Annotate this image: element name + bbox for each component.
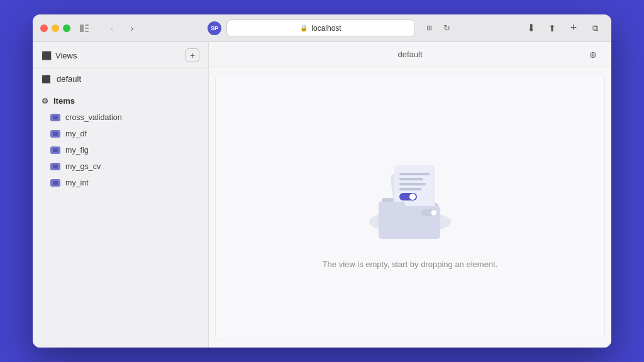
svg-point-21	[431, 210, 437, 216]
browser-window: ‹ › SP 🔒 localhost ⊞ ↻ ⬇ ⬆ + ⧉	[33, 14, 611, 348]
panel-title: default	[397, 50, 422, 59]
item-name: my_int	[65, 178, 89, 187]
data-item-icon	[50, 130, 60, 138]
svg-rect-1	[85, 25, 89, 26]
svg-rect-3	[85, 31, 89, 32]
toolbar-right: ⬇ ⬆ + ⧉	[522, 21, 604, 36]
back-button[interactable]: ‹	[103, 21, 121, 36]
svg-point-17	[409, 194, 416, 200]
svg-rect-15	[399, 188, 421, 190]
sidebar-item-cross-validation[interactable]: cross_validation	[33, 109, 208, 126]
data-item-icon	[50, 179, 60, 187]
main-content: ⬛ Views + ⬛ default ⚙ Items cross_valida…	[33, 42, 611, 348]
svg-rect-12	[399, 173, 430, 175]
download-button[interactable]: ⬇	[522, 21, 540, 36]
lock-icon: 🔒	[300, 25, 308, 31]
empty-state: The view is empty, start by dropping an …	[215, 74, 605, 341]
panel-controls: ⊕	[585, 48, 601, 62]
right-panel: default ⊕	[209, 42, 611, 348]
minimize-button[interactable]	[52, 25, 59, 32]
default-label: default	[57, 74, 81, 84]
views-icon: ⬛	[42, 51, 52, 60]
maximize-button[interactable]	[63, 25, 70, 32]
reload-button[interactable]: ↻	[438, 21, 455, 36]
svg-rect-2	[85, 28, 89, 29]
add-view-button[interactable]: +	[186, 48, 199, 62]
sidebar-header: ⬛ Views +	[33, 42, 208, 69]
address-bar-container: SP 🔒 localhost ⊞ ↻	[151, 19, 512, 37]
url-text: localhost	[311, 24, 341, 33]
items-section-icon: ⚙	[42, 97, 48, 106]
sidebar-item-default[interactable]: ⬛ default	[33, 69, 208, 89]
svg-rect-19	[379, 202, 405, 209]
data-item-icon	[50, 146, 60, 154]
forward-button[interactable]: ›	[123, 21, 141, 36]
items-section-label: Items	[53, 96, 75, 106]
svg-rect-0	[80, 25, 84, 32]
traffic-lights	[40, 25, 70, 32]
default-icon: ⬛	[42, 75, 52, 84]
sidebar: ⬛ Views + ⬛ default ⚙ Items cross_valida…	[33, 42, 209, 348]
sidebar-title-row: ⬛ Views	[42, 51, 77, 60]
empty-illustration	[347, 146, 473, 247]
data-item-icon	[50, 163, 60, 170]
sidebar-item-my-gs-cv[interactable]: my_gs_cv	[33, 158, 208, 175]
panel-header: default ⊕	[209, 42, 611, 67]
item-name: my_df	[65, 129, 87, 138]
items-section-header: ⚙ Items	[33, 89, 208, 109]
share-button[interactable]: ⬆	[543, 21, 561, 36]
item-name: cross_validation	[65, 113, 122, 122]
nav-controls: ‹ ›	[103, 21, 141, 36]
sidebar-item-my-int[interactable]: my_int	[33, 175, 208, 191]
svg-rect-14	[399, 183, 426, 185]
sidebar-item-my-df[interactable]: my_df	[33, 126, 208, 142]
address-bar[interactable]: 🔒 localhost	[226, 19, 415, 37]
reader-mode-button[interactable]: ⊞	[420, 21, 438, 36]
item-name: my_fig	[65, 146, 89, 155]
panel-settings-button[interactable]: ⊕	[585, 48, 601, 62]
sidebar-toggle-button[interactable]	[75, 21, 93, 36]
title-bar: ‹ › SP 🔒 localhost ⊞ ↻ ⬇ ⬆ + ⧉	[33, 14, 611, 42]
sidebar-item-my-fig[interactable]: my_fig	[33, 142, 208, 158]
close-button[interactable]	[40, 25, 48, 32]
sidebar-title: Views	[55, 51, 77, 60]
empty-state-text: The view is empty, start by dropping an …	[323, 260, 498, 269]
item-name: my_gs_cv	[65, 162, 101, 171]
avatar-button[interactable]: SP	[208, 21, 221, 35]
new-tab-button[interactable]: +	[565, 21, 582, 36]
svg-rect-13	[399, 178, 423, 180]
tabs-button[interactable]: ⧉	[586, 21, 604, 36]
data-item-icon	[50, 114, 60, 121]
